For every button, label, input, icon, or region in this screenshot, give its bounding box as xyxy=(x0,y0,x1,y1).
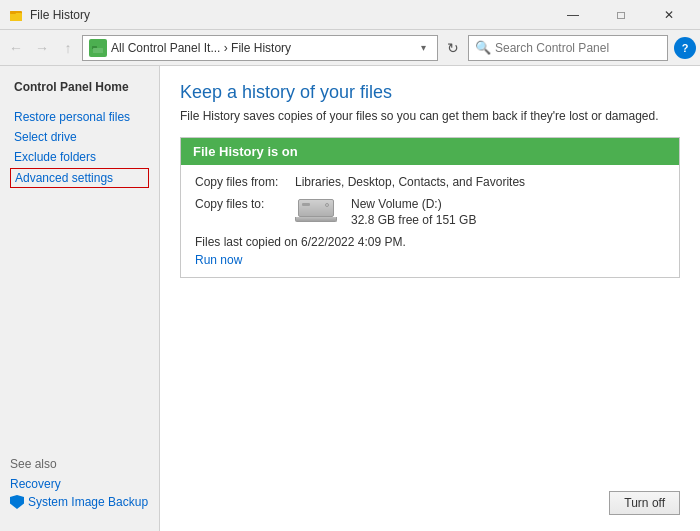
sidebar-item-exclude-folders[interactable]: Exclude folders xyxy=(10,148,149,166)
title-bar: File History — □ ✕ xyxy=(0,0,700,30)
shield-icon xyxy=(10,495,24,509)
drive-space: 32.8 GB free of 151 GB xyxy=(351,213,476,227)
copy-to-row: Copy files to: New Volume (D:) 32.8 GB f… xyxy=(195,197,665,227)
sidebar-item-select-drive[interactable]: Select drive xyxy=(10,128,149,146)
copy-from-row: Copy files from: Libraries, Desktop, Con… xyxy=(195,175,665,189)
drive-icon xyxy=(295,199,337,222)
content-area: Keep a history of your files File Histor… xyxy=(160,66,700,531)
page-title: Keep a history of your files xyxy=(180,82,680,103)
copy-from-label: Copy files from: xyxy=(195,175,295,189)
drive-name: New Volume (D:) xyxy=(351,197,476,211)
search-icon: 🔍 xyxy=(475,40,491,55)
maximize-button[interactable]: □ xyxy=(598,0,644,30)
page-subtitle: File History saves copies of your files … xyxy=(180,109,680,123)
main-layout: Control Panel Home Restore personal file… xyxy=(0,66,700,531)
back-button[interactable]: ← xyxy=(4,36,28,60)
close-button[interactable]: ✕ xyxy=(646,0,692,30)
address-dropdown-icon[interactable]: ▾ xyxy=(415,42,431,53)
sidebar: Control Panel Home Restore personal file… xyxy=(0,66,160,531)
sidebar-recovery-link[interactable]: Recovery xyxy=(10,475,149,493)
sidebar-bottom: See also Recovery System Image Backup xyxy=(10,457,149,519)
refresh-button[interactable]: ↻ xyxy=(440,35,466,61)
copy-to-section: New Volume (D:) 32.8 GB free of 151 GB xyxy=(295,197,476,227)
forward-button[interactable]: → xyxy=(30,36,54,60)
sidebar-home-link[interactable]: Control Panel Home xyxy=(10,78,149,96)
drive-details: New Volume (D:) 32.8 GB free of 151 GB xyxy=(351,197,476,227)
svg-rect-1 xyxy=(10,13,22,21)
sidebar-nav: Control Panel Home Restore personal file… xyxy=(10,78,149,188)
drive-body xyxy=(298,199,334,217)
copy-to-label: Copy files to: xyxy=(195,197,295,211)
search-input[interactable] xyxy=(495,41,661,55)
breadcrumb-icon xyxy=(89,39,107,57)
drive-base xyxy=(295,217,337,222)
sidebar-item-restore[interactable]: Restore personal files xyxy=(10,108,149,126)
address-field[interactable]: All Control Panel It... › File History ▾ xyxy=(82,35,438,61)
status-header: File History is on xyxy=(181,138,679,165)
address-bar: ← → ↑ All Control Panel It... › File His… xyxy=(0,30,700,66)
up-button[interactable]: ↑ xyxy=(56,36,80,60)
status-box: File History is on Copy files from: Libr… xyxy=(180,137,680,278)
recovery-label: Recovery xyxy=(10,477,61,491)
run-now-link[interactable]: Run now xyxy=(195,253,665,267)
window-controls: — □ ✕ xyxy=(550,0,692,30)
minimize-button[interactable]: — xyxy=(550,0,596,30)
help-button[interactable]: ? xyxy=(674,37,696,59)
system-image-label: System Image Backup xyxy=(28,495,148,509)
turn-off-button[interactable]: Turn off xyxy=(609,491,680,515)
files-last-copied: Files last copied on 6/22/2022 4:09 PM. xyxy=(195,235,665,249)
svg-rect-2 xyxy=(10,11,16,14)
sidebar-system-image-link[interactable]: System Image Backup xyxy=(10,493,149,511)
status-body: Copy files from: Libraries, Desktop, Con… xyxy=(181,165,679,277)
window-icon xyxy=(8,7,24,23)
see-also-label: See also xyxy=(10,457,149,471)
search-field[interactable]: 🔍 xyxy=(468,35,668,61)
svg-rect-5 xyxy=(93,48,103,53)
breadcrumb-text: All Control Panel It... › File History xyxy=(111,41,411,55)
copy-from-value: Libraries, Desktop, Contacts, and Favori… xyxy=(295,175,525,189)
window-title: File History xyxy=(30,8,550,22)
sidebar-item-advanced-settings[interactable]: Advanced settings xyxy=(10,168,149,188)
